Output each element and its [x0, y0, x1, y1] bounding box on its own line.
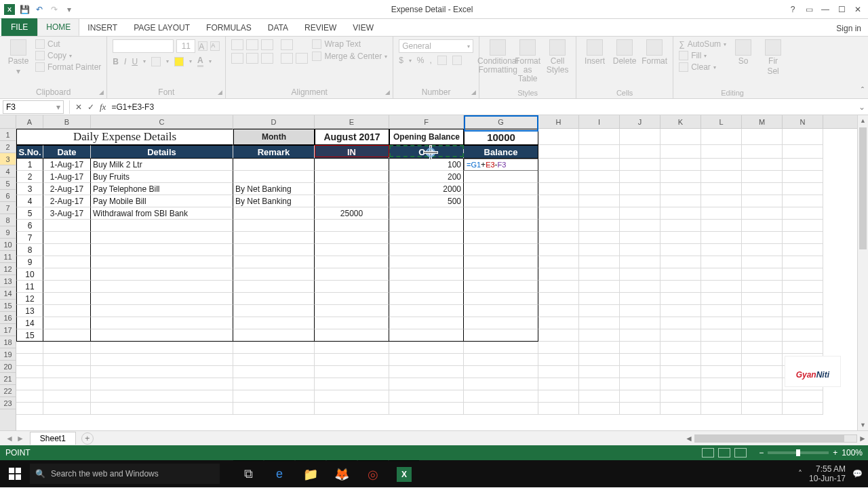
col-header-C[interactable]: C [91, 115, 233, 128]
row-header-10[interactable]: 10 [0, 239, 16, 251]
cell-B9[interactable] [43, 232, 91, 244]
cell-A17[interactable]: 15 [16, 329, 43, 342]
cell-N16[interactable] [783, 317, 823, 329]
row-headers[interactable]: 1234567891011121314151617181920212223 [0, 115, 16, 430]
cell-L17[interactable] [701, 329, 742, 342]
cell-F5[interactable]: 2000 [389, 183, 464, 195]
cell-H19[interactable] [538, 354, 579, 366]
cell-K17[interactable] [660, 329, 701, 342]
cell-B16[interactable] [43, 317, 91, 329]
cell-K13[interactable] [660, 281, 701, 293]
cell-F15[interactable] [389, 305, 464, 317]
help-icon[interactable]: ? [785, 3, 800, 16]
cell-C7[interactable]: Withdrawal from SBI Bank [91, 207, 233, 220]
cell-K1[interactable] [660, 129, 701, 145]
cell-K6[interactable] [660, 195, 701, 207]
format-as-table-button[interactable]: Format as Table [515, 39, 540, 87]
cell-G13[interactable] [464, 281, 538, 293]
expand-formula-bar-icon[interactable]: ⌄ [859, 102, 868, 112]
select-all-corner[interactable] [0, 115, 16, 129]
row-header-18[interactable]: 18 [0, 336, 16, 348]
autosum-button[interactable]: ∑AutoSum▾ [679, 39, 726, 49]
increase-indent-icon[interactable] [296, 53, 308, 64]
cell-A20[interactable] [16, 366, 43, 378]
tab-page-layout[interactable]: PAGE LAYOUT [125, 20, 198, 36]
cell-H12[interactable] [538, 268, 579, 281]
cell-J15[interactable] [620, 305, 660, 317]
cell-J19[interactable] [620, 354, 660, 366]
cell-E18[interactable] [315, 342, 389, 354]
cell-J21[interactable] [620, 378, 660, 390]
cell-G9[interactable] [464, 232, 538, 244]
cell-M3[interactable] [742, 159, 783, 171]
decrease-font-icon[interactable]: A [210, 41, 220, 51]
delete-cells-button[interactable]: Delete [612, 39, 637, 87]
cell-E19[interactable] [315, 354, 389, 366]
row-header-2[interactable]: 2 [0, 141, 16, 153]
cell-L21[interactable] [701, 378, 742, 390]
cell-C5[interactable]: Pay Telephone Bill [91, 183, 233, 195]
col-header-K[interactable]: K [660, 115, 701, 128]
decrease-decimal-icon[interactable] [452, 56, 462, 65]
cell-C18[interactable] [91, 342, 233, 354]
file-explorer-icon[interactable]: 📁 [296, 460, 326, 487]
vertical-scrollbar[interactable]: ▲ ▼ [857, 115, 868, 430]
cell-month-value[interactable]: August 2017 [315, 129, 389, 145]
cell-I11[interactable] [579, 256, 620, 268]
cell-A10[interactable]: 8 [16, 244, 43, 256]
cell-I10[interactable] [579, 244, 620, 256]
cell-N7[interactable] [783, 207, 823, 220]
cell-F20[interactable] [389, 366, 464, 378]
row-header-16[interactable]: 16 [0, 312, 16, 324]
cell-L3[interactable] [701, 159, 742, 171]
tab-formulas[interactable]: FORMULAS [198, 20, 260, 36]
cell-A22[interactable] [16, 390, 43, 403]
cell-I9[interactable] [579, 232, 620, 244]
cell-B12[interactable] [43, 268, 91, 281]
tab-home[interactable]: HOME [37, 18, 79, 36]
cell-K22[interactable] [660, 390, 701, 403]
cell-N5[interactable] [783, 183, 823, 195]
cell-F21[interactable] [389, 378, 464, 390]
scroll-thumb[interactable] [859, 127, 867, 249]
cell-E13[interactable] [315, 281, 389, 293]
cell-E4[interactable] [315, 171, 389, 183]
col-header-I[interactable]: I [579, 115, 620, 128]
cell-B23[interactable] [43, 403, 91, 415]
row-header-21[interactable]: 21 [0, 373, 16, 385]
cell-M4[interactable] [742, 171, 783, 183]
cell-J7[interactable] [620, 207, 660, 220]
clock-time[interactable]: 7:55 AM [809, 464, 846, 474]
cell-E23[interactable] [315, 403, 389, 415]
cell-E11[interactable] [315, 256, 389, 268]
cell-C23[interactable] [91, 403, 233, 415]
cell-B13[interactable] [43, 281, 91, 293]
cell-F12[interactable] [389, 268, 464, 281]
col-header-D[interactable]: D [233, 115, 315, 128]
cell-N17[interactable] [783, 329, 823, 342]
cell-L14[interactable] [701, 293, 742, 305]
row-header-17[interactable]: 17 [0, 324, 16, 336]
cell-J6[interactable] [620, 195, 660, 207]
cell-G18[interactable] [464, 342, 538, 354]
excel-taskbar-icon[interactable]: X [389, 460, 419, 487]
cell-H4[interactable] [538, 171, 579, 183]
worksheet[interactable]: 1234567891011121314151617181920212223 AB… [0, 115, 868, 430]
cell-H10[interactable] [538, 244, 579, 256]
cell-H3[interactable] [538, 159, 579, 171]
cell-K16[interactable] [660, 317, 701, 329]
italic-button[interactable]: I [124, 57, 126, 66]
cell-L8[interactable] [701, 220, 742, 232]
formula-input[interactable] [108, 100, 859, 114]
cell-C20[interactable] [91, 366, 233, 378]
row-header-5[interactable]: 5 [0, 178, 16, 190]
fill-color-button[interactable] [174, 57, 184, 66]
align-right-icon[interactable] [261, 53, 273, 64]
cell-J8[interactable] [620, 220, 660, 232]
cell-M23[interactable] [742, 403, 783, 415]
row-header-15[interactable]: 15 [0, 300, 16, 312]
cell-E20[interactable] [315, 366, 389, 378]
cell-D13[interactable] [233, 281, 315, 293]
cell-I1[interactable] [579, 129, 620, 145]
cell-G12[interactable] [464, 268, 538, 281]
